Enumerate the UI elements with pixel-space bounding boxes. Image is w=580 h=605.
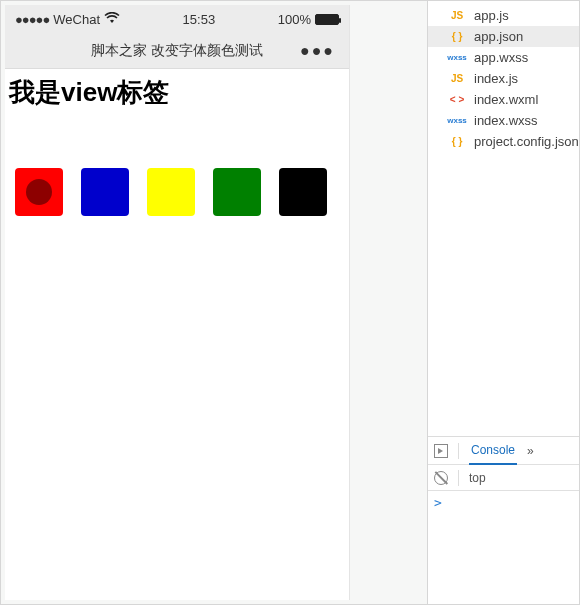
simulator-pane: ●●●●● WeChat 15:53 100% 脚本之家 改变字体颜色测试 ●●… [0, 0, 428, 605]
battery-pct: 100% [278, 12, 311, 27]
console-toolbar: top [428, 465, 579, 491]
file-name: index.js [474, 71, 518, 86]
file-item[interactable]: { }project.config.json [428, 131, 579, 152]
color-swatch[interactable] [15, 168, 63, 216]
page-title: 脚本之家 改变字体颜色测试 [91, 42, 263, 60]
signal-icon: ●●●●● [15, 12, 49, 27]
nav-bar: 脚本之家 改变字体颜色测试 ●●● [5, 33, 349, 69]
element-picker-icon[interactable] [434, 444, 448, 458]
status-bar: ●●●●● WeChat 15:53 100% [5, 5, 349, 33]
nav-more-button[interactable]: ●●● [300, 42, 335, 60]
context-selector[interactable]: top [469, 471, 486, 485]
clear-console-icon[interactable] [434, 471, 448, 485]
file-item[interactable]: JSapp.js [428, 5, 579, 26]
file-name: app.json [474, 29, 523, 44]
battery-icon [315, 14, 339, 25]
devtools-tabs: Console » [428, 437, 579, 465]
side-pane: JSapp.js{ }app.jsonwxssapp.wxssJSindex.j… [428, 0, 580, 605]
file-type-icon: JS [446, 73, 468, 84]
file-name: app.js [474, 8, 509, 23]
file-type-icon: wxss [446, 53, 468, 62]
file-item[interactable]: { }app.json [428, 26, 579, 47]
file-explorer: JSapp.js{ }app.jsonwxssapp.wxssJSindex.j… [428, 1, 579, 436]
color-swatch-row [5, 110, 349, 216]
carrier-label: WeChat [53, 12, 100, 27]
file-type-icon: { } [446, 136, 468, 147]
file-item[interactable]: wxssindex.wxss [428, 110, 579, 131]
file-type-icon: wxss [446, 116, 468, 125]
phone-frame: ●●●●● WeChat 15:53 100% 脚本之家 改变字体颜色测试 ●●… [5, 5, 350, 600]
status-time: 15:53 [183, 12, 216, 27]
console-prompt: > [434, 495, 442, 510]
tab-console[interactable]: Console [469, 437, 517, 465]
page-content: 我是view标签 [5, 69, 349, 600]
tabs-overflow-icon[interactable]: » [527, 444, 534, 458]
separator [458, 443, 459, 459]
console-body[interactable]: > [428, 491, 579, 604]
file-type-icon: { } [446, 31, 468, 42]
color-swatch[interactable] [279, 168, 327, 216]
status-right: 100% [278, 12, 339, 27]
separator [458, 470, 459, 486]
status-left: ●●●●● WeChat [15, 11, 120, 27]
file-type-icon: < > [446, 94, 468, 105]
file-item[interactable]: < >index.wxml [428, 89, 579, 110]
file-name: index.wxml [474, 92, 538, 107]
file-item[interactable]: wxssapp.wxss [428, 47, 579, 68]
file-name: project.config.json [474, 134, 579, 149]
color-swatch[interactable] [81, 168, 129, 216]
wifi-icon [104, 11, 120, 27]
file-name: app.wxss [474, 50, 528, 65]
view-label: 我是view标签 [5, 69, 349, 110]
file-type-icon: JS [446, 10, 468, 21]
color-swatch[interactable] [213, 168, 261, 216]
color-swatch[interactable] [147, 168, 195, 216]
file-item[interactable]: JSindex.js [428, 68, 579, 89]
devtools-panel: Console » top > [428, 436, 579, 604]
file-name: index.wxss [474, 113, 538, 128]
